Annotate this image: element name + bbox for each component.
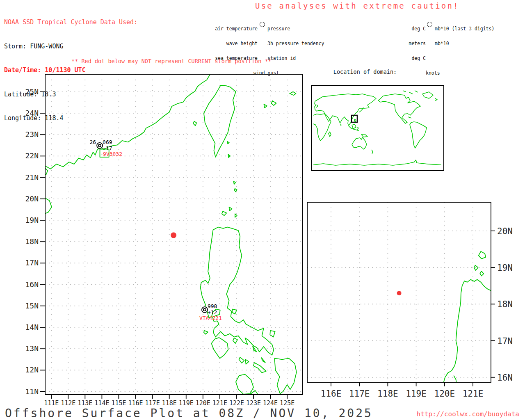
inset-lon-tick-label: 120E [434,389,455,399]
lat-tick-label: 20N [25,194,39,203]
station-pressure: 069 [103,139,112,145]
lon-tick-label: 111E [44,399,59,407]
world-coastline [378,94,420,123]
lon-tick-label: 118E [162,399,177,407]
inset-lat-tick-label: 20N [497,226,513,236]
lat-tick-label: 16N [25,280,39,289]
inset-lat-tick-label: 19N [497,263,513,273]
lat-tick-label: 23N [25,130,39,139]
coastline [262,358,265,363]
world-coastline [329,132,331,137]
coastline [253,363,266,373]
coastline [227,142,229,144]
lon-tick-label: 117E [145,399,160,407]
storm-name-line: Storm: FUNG-WONG [4,43,137,51]
coastline [245,359,249,364]
unit-mb10-pressure: mb*10 (last 3 digits) [435,26,494,31]
legend-station-id: station id [267,56,296,61]
lat-tick-label: 15N [25,301,39,310]
station-pressure-tendency: -17 [103,145,112,151]
world-coastline [361,134,368,137]
buoy-surface-plot-page: { "colors": { "alert_red": "#ff5050", "b… [0,0,525,420]
coastline [234,189,237,192]
lon-tick-label: 122E [229,399,244,407]
tc-data-header: NOAA SSD Tropical Cyclone Data Used: Sto… [4,2,137,130]
coastline [443,280,491,383]
coastline [236,374,253,394]
coastline [193,121,196,126]
legend-wave-height: wave height [213,41,258,46]
lat-tick-label: 11N [25,387,39,396]
lat-tick-label: 22N [25,151,39,160]
lon-tick-label: 115E [111,399,126,407]
coastline [290,92,296,95]
world-coastline [435,98,437,100]
coastline [474,265,478,271]
world-coastline [340,124,341,125]
lat-tick-label: 13N [25,344,39,353]
coastline [229,207,232,211]
coastline [211,338,228,358]
world-locator-map [311,85,444,171]
inset-lon-tick-label: 118E [377,389,398,399]
station-circle-inner-icon [98,144,101,147]
station-air-temp: 26 [89,139,96,145]
lon-tick-label: 121E [212,399,227,407]
coastline [251,390,258,394]
world-coastline [403,91,406,92]
storm-longitude-line: Longitude: 118.4 [4,114,137,123]
plot-title: Offshore Surface Plot at 08Z / NOV 10, 2… [5,406,373,420]
unit-mb10-tendency: mb*10 [435,41,449,46]
coastline [201,227,274,355]
inset-lat-tick-label: 17N [497,336,513,346]
coastline [239,357,244,363]
world-map-frame [311,85,444,171]
coastline [222,211,227,215]
station-plot: 998+12VTA4221 [199,303,222,321]
world-coastline [313,160,441,165]
buoydata-url-link[interactable]: http://coolwx.com/buoydata [417,410,519,418]
lon-tick-label: 124E [263,399,278,407]
coastline [204,331,208,334]
lon-tick-label: 123E [246,399,261,407]
lon-tick-label: 125E [280,399,294,407]
inset-lon-tick-label: 121E [463,389,484,399]
world-coastline [352,124,356,129]
coastline [272,101,276,106]
world-coastline [372,150,373,154]
unit-deg-c-air: deg C [390,26,426,31]
station-id-label: 9V3032 [103,151,122,157]
storm-position-dot [171,233,176,238]
lat-tick-label: 17N [25,258,39,267]
station-pressure-tendency: +12 [208,309,217,315]
inset-map-coastlines [443,251,491,383]
world-coastline [357,127,358,130]
coastline [480,271,484,276]
lon-tick-label: 119E [179,399,194,407]
coastline [235,214,237,217]
inset-lon-tick-label: 116E [321,389,342,399]
world-locator-title: Location of domain: [299,68,431,75]
legend-wind-gust: wind gust [253,71,279,75]
lat-tick-label: 12N [25,365,39,374]
lon-tick-label: 113E [78,399,92,407]
station-pressure: 998 [208,303,217,309]
lon-tick-label: 114E [94,399,109,407]
inset-lon-tick-label: 117E [349,389,370,399]
station-id-label: VTA4221 [199,315,222,321]
storm-position-dot [397,291,402,295]
lat-tick-label: 21N [25,173,39,182]
coastline [270,331,275,337]
world-coastline [408,117,411,118]
world-coastline [415,91,418,92]
storm-datetime-line: Date/Time: 10/1130 UTC [4,66,137,75]
lat-tick-label: 19N [25,216,39,224]
legend-pressure: pressure [267,26,290,31]
zoom-inset-map: 116E117E118E119E120E121E20N19N18N17N16N [307,202,513,399]
coastline [264,104,267,108]
coastline [479,251,486,259]
legend-air-temperature: air temperature [213,26,258,31]
unit-deg-c-sea: deg C [390,56,426,61]
lat-tick-label: 14N [25,323,39,331]
lon-tick-label: 112E [61,399,75,407]
